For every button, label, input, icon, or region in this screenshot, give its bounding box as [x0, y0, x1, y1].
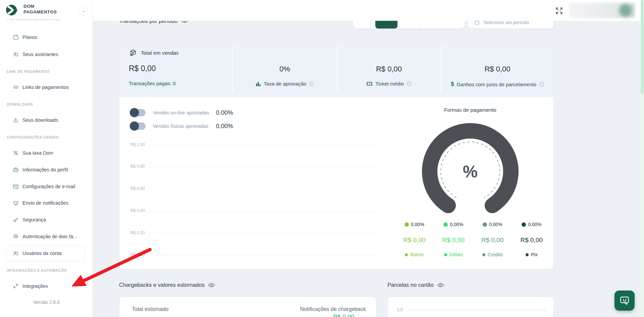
- gridline: [148, 145, 378, 146]
- stats-strip: Total em vendas R$ 0,00 Transações pagas…: [119, 41, 553, 97]
- gridline: [148, 233, 378, 234]
- y-tick: R$ 0,20: [125, 230, 145, 235]
- eye-icon[interactable]: [437, 282, 444, 288]
- key-icon: [12, 216, 19, 223]
- users-icon: [12, 250, 19, 257]
- debito-amount: R$ 0,00: [442, 236, 465, 244]
- total-sales-value: R$ 0,00: [129, 64, 156, 73]
- total-sales-label: Total em vendas: [141, 50, 179, 56]
- briefcase-icon: [12, 166, 19, 173]
- user-info-redacted[interactable]: [569, 3, 635, 18]
- scrollbar-thumb[interactable]: [641, 0, 644, 94]
- sidebar: PLANOS DE ASSINATURAS DOMPAGAMENTOS → Pl…: [0, 0, 93, 317]
- parcelas-title-row: Parcelas no cartão: [387, 282, 444, 288]
- calendar-icon: [12, 34, 19, 41]
- sidebar-item-configuracoes-de-email[interactable]: Configurações de e-mail: [0, 180, 93, 193]
- sidebar-item-usuarios-da-conta[interactable]: Usuários da conta: [0, 247, 93, 260]
- credito-amount: R$ 0,00: [481, 236, 504, 244]
- info-icon[interactable]: [309, 81, 314, 86]
- interest-value: R$ 0,00: [441, 65, 554, 73]
- toggle-knob: [130, 108, 139, 117]
- avatar: [619, 4, 632, 17]
- ticket-value: R$ 0,00: [337, 65, 441, 73]
- page-scrollbar[interactable]: [641, 0, 644, 317]
- pix-dot: [526, 253, 529, 256]
- approval-col: 0% Taxa de aprovação: [232, 41, 337, 97]
- gauge-percent-symbol: %: [463, 162, 478, 181]
- ticket-icon: [366, 81, 373, 87]
- chargebacks-title: Chargebacks e valores estornados: [119, 282, 205, 288]
- sidebar-item-seus-downloads[interactable]: Seus downloads: [0, 113, 93, 127]
- sidebar-item-integracoes[interactable]: Integrações: [0, 279, 93, 293]
- approval-label: Taxa de aprovação: [264, 81, 307, 87]
- fingerprint-icon: [12, 233, 19, 240]
- sidebar-item-informacoes-do-perfil[interactable]: Informações do perfil: [0, 163, 93, 176]
- debito-label: Débito: [449, 252, 463, 257]
- chargeback-notifications-value: R$ 0,00: [333, 314, 354, 317]
- y-tick: R$ 0,60: [125, 186, 145, 191]
- chargebacks-card: Total estornado Notificações de chargeba…: [119, 297, 376, 317]
- parcelas-title: Parcelas no cartão: [387, 282, 434, 288]
- legend-credito: 0.00% R$ 0,00 Crédito: [473, 222, 512, 257]
- pix-amount: R$ 0,00: [520, 236, 543, 244]
- sidebar-item-envio-de-notificacoes[interactable]: Envio de notificações: [0, 196, 93, 210]
- sidebar-item-seus-assinantes[interactable]: Seus assinantes: [0, 48, 93, 61]
- package-clock-icon: [129, 49, 138, 57]
- chargebacks-title-row: Chargebacks e valores estornados: [119, 282, 215, 288]
- credito-dot: [482, 253, 485, 256]
- collapse-sidebar-button[interactable]: →: [78, 6, 88, 15]
- top-bar: [0, 0, 644, 21]
- chargeback-notifications-label: Notificações de chargeback: [300, 306, 366, 312]
- physical-sales-toggle[interactable]: [131, 122, 146, 130]
- y-tick: R$ 0,40: [125, 208, 145, 213]
- approval-value: 0%: [232, 65, 337, 73]
- download-icon: [12, 117, 19, 123]
- chart-grid-row: R$ 0,80: [119, 164, 388, 170]
- sidebar-item-planos[interactable]: Planos: [0, 31, 93, 44]
- pix-dot: [522, 222, 526, 227]
- gridline: [148, 167, 378, 167]
- legend-pix: 0.00% R$ 0,00 Pix: [512, 222, 551, 257]
- chat-smiley-icon: [619, 295, 630, 306]
- chart-grid-row: R$ 0,20: [119, 230, 388, 236]
- bell-icon: [12, 200, 19, 206]
- pix-label: Pix: [531, 252, 537, 257]
- pix-pct: 0.00%: [528, 222, 541, 227]
- interest-label: Ganhos com juros de parcelamento: [457, 82, 536, 87]
- sidebar-item-sua-taxa-dom[interactable]: Sua taxa Dom: [0, 146, 93, 160]
- info-icon[interactable]: [539, 82, 544, 87]
- info-icon[interactable]: [407, 81, 412, 86]
- interest-col: R$ 0,00 $ Ganhos com juros de parcelamen…: [441, 41, 554, 97]
- bar-chart-icon: [256, 81, 261, 87]
- boleto-pct: 0.00%: [411, 222, 424, 227]
- fullscreen-icon[interactable]: [555, 7, 563, 15]
- credito-pct: 0.00%: [489, 222, 502, 227]
- gridline: [148, 211, 378, 212]
- online-sales-value: 0.00%: [216, 109, 233, 116]
- debito-pct: 0.00%: [450, 222, 463, 227]
- payment-methods-gauge: %: [420, 121, 521, 222]
- sidebar-item-seguranca[interactable]: Segurança: [0, 213, 93, 226]
- sidebar-item-links-de-pagamentos[interactable]: Links de pagamentos: [0, 81, 93, 94]
- online-sales-label: Vendas on-line aprovadas: [153, 110, 216, 115]
- boleto-dot: [405, 222, 409, 227]
- physical-sales-value: 0.00%: [216, 123, 233, 130]
- chat-support-button[interactable]: [614, 290, 635, 311]
- sidebar-item-autenticacao-dois-fatores[interactable]: Autenticação de dois fa...: [0, 230, 93, 243]
- online-sales-toggle[interactable]: [131, 109, 146, 116]
- boleto-dot: [405, 253, 408, 256]
- toggle-knob: [130, 121, 139, 130]
- eye-icon[interactable]: [208, 282, 215, 288]
- sidebar-section-configuracoes-gerais: CONFIGURAÇÕES GERAIS: [7, 135, 87, 139]
- payment-methods-title: Formas de pagamento: [420, 107, 521, 113]
- y-tick: R$ 1,00: [125, 142, 145, 147]
- chart-grid-row: R$ 0,00: [119, 252, 388, 258]
- sidebar-section-downloads: DOWNLOADS: [7, 102, 87, 106]
- chart-grid-row: R$ 0,40: [119, 208, 388, 214]
- chart-grid-row: R$ 0,60: [119, 186, 388, 192]
- parcelas-y-tick: 1,0: [397, 307, 403, 312]
- mail-check-icon: [12, 183, 19, 190]
- legend-boleto: 0.00% R$ 0,00 Boleto: [395, 222, 434, 257]
- credito-dot: [483, 222, 487, 227]
- boleto-amount: R$ 0,00: [403, 236, 426, 244]
